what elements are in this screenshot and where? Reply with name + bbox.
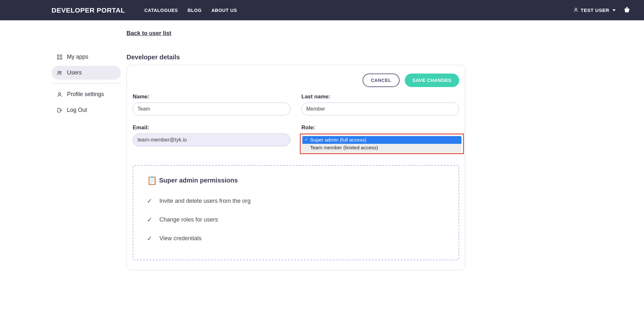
sidebar-item-label: Users xyxy=(67,69,82,76)
name-label: Name: xyxy=(133,94,290,100)
sidebar-item-label: My apps xyxy=(67,54,88,60)
name-input[interactable] xyxy=(133,103,290,115)
sidebar-item-log-out[interactable]: Log Out xyxy=(52,103,121,117)
logout-icon xyxy=(57,108,62,113)
sidebar-item-label: Profile settings xyxy=(67,91,104,98)
lastname-input[interactable] xyxy=(301,103,459,115)
user-label: TEST USER xyxy=(581,7,609,13)
svg-rect-1 xyxy=(57,55,59,56)
role-dropdown-highlight: Super admin (full access) Team member (l… xyxy=(300,133,464,154)
cancel-button[interactable]: CANCEL xyxy=(363,74,400,87)
profile-icon xyxy=(57,92,62,97)
role-label: Role: xyxy=(301,124,459,131)
lastname-label: Last name: xyxy=(301,94,459,100)
user-icon xyxy=(573,7,579,14)
form-grid: Name: Last name: Email: Role: Supe xyxy=(133,94,459,147)
permission-item: ✓ View credentials xyxy=(147,234,445,242)
role-option-team-member[interactable]: Team member (limited access) xyxy=(302,144,461,152)
top-nav: CATALOGUES BLOG ABOUT US xyxy=(144,8,237,13)
permissions-panel: 📋 Super admin permissions ✓ Invite and d… xyxy=(133,165,459,260)
nav-blog[interactable]: BLOG xyxy=(188,8,202,13)
back-to-user-list-link[interactable]: Back to user list xyxy=(127,30,171,37)
svg-point-0 xyxy=(575,8,577,10)
svg-rect-8 xyxy=(58,108,60,112)
developer-details-card: CANCEL SAVE CHANGES Name: Last name: Ema… xyxy=(127,65,465,270)
check-icon: ✓ xyxy=(147,197,152,205)
basket-icon[interactable] xyxy=(623,5,631,15)
permission-text: Change roles for users xyxy=(159,216,218,223)
caret-down-icon xyxy=(612,9,616,11)
sidebar-item-users[interactable]: Users xyxy=(52,66,121,80)
permission-item: ✓ Change roles for users xyxy=(147,216,445,223)
nav-about-us[interactable]: ABOUT US xyxy=(211,8,237,13)
clipboard-icon: 📋 xyxy=(147,175,157,185)
apps-icon xyxy=(57,54,62,60)
role-dropdown[interactable]: Super admin (full access) Team member (l… xyxy=(302,136,461,152)
card-actions: CANCEL SAVE CHANGES xyxy=(133,74,459,87)
permission-text: View credentials xyxy=(159,235,202,242)
permissions-header: 📋 Super admin permissions xyxy=(147,175,445,185)
email-input[interactable] xyxy=(133,133,290,146)
permission-item: ✓ Invite and delete users from the org xyxy=(147,197,445,205)
role-option-super-admin[interactable]: Super admin (full access) xyxy=(302,136,461,144)
check-icon: ✓ xyxy=(147,216,152,223)
svg-point-5 xyxy=(58,71,60,73)
svg-point-6 xyxy=(60,71,62,73)
lastname-field-group: Last name: xyxy=(301,94,459,115)
user-menu[interactable]: TEST USER xyxy=(573,7,616,14)
email-label: Email: xyxy=(133,124,290,131)
main-content: Back to user list Developer details CANC… xyxy=(121,20,520,277)
save-changes-button[interactable]: SAVE CHANGES xyxy=(405,74,459,87)
nav-catalogues[interactable]: CATALOGUES xyxy=(144,8,178,13)
topbar-right: TEST USER xyxy=(573,5,631,15)
users-icon xyxy=(57,70,62,75)
sidebar-divider xyxy=(52,83,121,84)
check-icon: ✓ xyxy=(147,234,152,242)
email-field-group: Email: xyxy=(133,124,290,147)
permission-text: Invite and delete users from the org xyxy=(159,198,251,204)
permissions-title: Super admin permissions xyxy=(159,177,238,184)
svg-rect-2 xyxy=(60,55,62,56)
section-title: Developer details xyxy=(127,54,465,61)
name-field-group: Name: xyxy=(133,94,290,115)
top-bar: DEVELOPER PORTAL CATALOGUES BLOG ABOUT U… xyxy=(0,0,644,20)
brand-title: DEVELOPER PORTAL xyxy=(52,6,125,14)
sidebar-item-my-apps[interactable]: My apps xyxy=(52,50,121,64)
sidebar-item-label: Log Out xyxy=(67,107,87,114)
svg-rect-4 xyxy=(60,58,62,59)
role-field-group: Role: Super admin (full access) Team mem… xyxy=(301,124,459,147)
svg-point-7 xyxy=(59,93,61,94)
sidebar: My apps Users Profile settings Log Out xyxy=(52,20,121,277)
sidebar-item-profile-settings[interactable]: Profile settings xyxy=(52,87,121,101)
svg-rect-3 xyxy=(57,58,59,59)
